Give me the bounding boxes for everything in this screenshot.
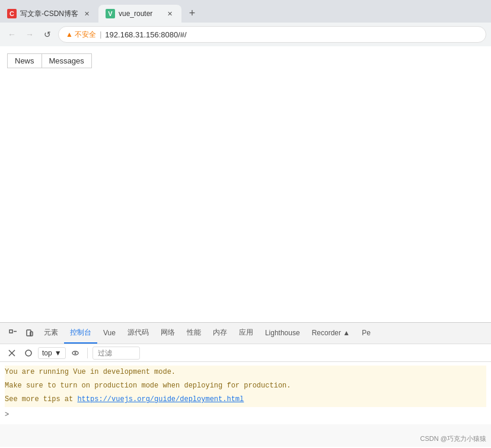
devtools-tab-recorder[interactable]: Recorder ▲: [306, 323, 356, 344]
svg-rect-3: [30, 332, 33, 336]
security-warning: ▲ 不安全: [66, 30, 96, 40]
tab-csdn[interactable]: C 写文章-CSDN博客 ✕: [0, 5, 98, 23]
nav-tabs: News Messages: [7, 53, 484, 68]
reload-button[interactable]: ↺: [40, 27, 55, 42]
news-tab-button[interactable]: News: [7, 53, 42, 68]
vue-tab-title: vue_router: [119, 9, 161, 18]
watermark: CSDN @巧克力小猿猿: [420, 434, 486, 443]
svg-point-6: [25, 350, 31, 356]
url-separator: |: [100, 30, 101, 39]
console-filter-input[interactable]: [93, 347, 140, 360]
messages-tab-button[interactable]: Messages: [42, 53, 92, 68]
console-line-1: You are running Vue in development mode.: [5, 366, 486, 379]
devtools-tab-pe[interactable]: Pe: [356, 323, 377, 344]
devtools-tab-application[interactable]: 应用: [233, 323, 259, 344]
vue-tab-close[interactable]: ✕: [165, 9, 174, 18]
page-content: News Messages: [0, 46, 491, 322]
vue-favicon: V: [106, 9, 115, 18]
forward-button[interactable]: →: [23, 27, 37, 42]
devtools-tabs-bar: 元素 控制台 Vue 源代码 网络 性能 内存 应用 Lighthouse Re…: [0, 323, 491, 344]
tab-vue[interactable]: V vue_router ✕: [98, 5, 181, 23]
devtools-tab-sources[interactable]: 源代码: [122, 323, 155, 344]
devtools-tab-performance[interactable]: 性能: [181, 323, 207, 344]
level-label: top: [42, 349, 52, 357]
devtools-tab-memory[interactable]: 内存: [207, 323, 233, 344]
devtools-tab-vue[interactable]: Vue: [97, 323, 122, 344]
console-line-2: Make sure to turn on production mode whe…: [5, 379, 486, 393]
console-line-3: See more tips at https://vuejs.org/guide…: [5, 393, 486, 406]
svg-point-8: [74, 352, 76, 354]
tab-bar: C 写文章-CSDN博客 ✕ V vue_router ✕ +: [0, 0, 491, 23]
new-tab-button[interactable]: +: [184, 5, 200, 21]
browser-chrome: C 写文章-CSDN博客 ✕ V vue_router ✕ + ← → ↺ ▲ …: [0, 0, 491, 46]
csdn-tab-close[interactable]: ✕: [82, 9, 91, 18]
devtools-tab-lighthouse[interactable]: Lighthouse: [259, 323, 306, 344]
inspect-element-button[interactable]: [5, 325, 21, 342]
devtools-console-toolbar: top ▼: [0, 344, 491, 362]
console-deployment-link[interactable]: https://vuejs.org/guide/deployment.html: [77, 395, 244, 403]
back-button[interactable]: ←: [5, 27, 19, 42]
toolbar-separator: [87, 348, 88, 358]
clear-console-button[interactable]: [5, 346, 19, 360]
eye-icon-button[interactable]: [68, 346, 82, 360]
devtools-console-output: You are running Vue in development mode.…: [0, 362, 491, 424]
device-toolbar-button[interactable]: [21, 325, 38, 342]
devtools-panel: 元素 控制台 Vue 源代码 网络 性能 内存 应用 Lighthouse Re…: [0, 322, 491, 447]
level-dropdown-arrow: ▼: [55, 349, 62, 357]
devtools-tab-elements[interactable]: 元素: [38, 323, 64, 344]
console-prompt[interactable]: >: [5, 409, 486, 421]
devtools-tab-network[interactable]: 网络: [155, 323, 181, 344]
url-bar[interactable]: ▲ 不安全 | 192.168.31.156:8080/#/: [58, 26, 486, 43]
devtools-tab-console[interactable]: 控制台: [64, 323, 97, 344]
svg-rect-0: [9, 330, 12, 333]
address-bar: ← → ↺ ▲ 不安全 | 192.168.31.156:8080/#/: [0, 23, 491, 46]
csdn-tab-title: 写文章-CSDN博客: [20, 9, 78, 19]
level-selector[interactable]: top ▼: [38, 347, 66, 359]
filter-toggle-button[interactable]: [21, 346, 36, 360]
csdn-favicon: C: [7, 9, 17, 18]
url-text: 192.168.31.156:8080/#/: [105, 30, 186, 39]
